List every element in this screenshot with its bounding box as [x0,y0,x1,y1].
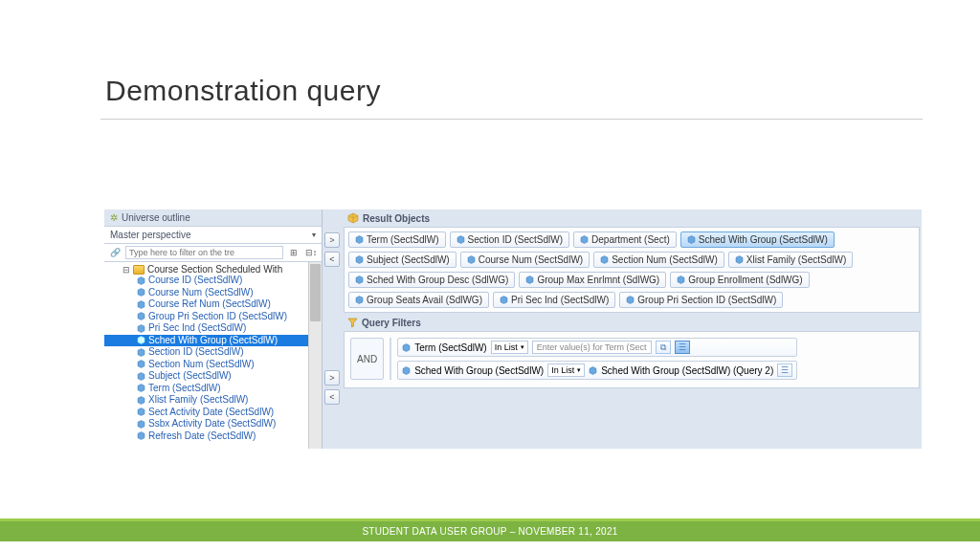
filter-value-input[interactable]: Enter value(s) for Term (Sect [532,341,652,354]
refresh-icon[interactable]: ✲ [110,212,118,223]
mover-column: > < > < [323,209,342,449]
tree-item-label: Sect Activity Date (SectSdlW) [148,407,274,419]
tree-item[interactable]: Course ID (SectSdlW) [104,275,322,287]
sidebar-header: ✲ Universe outline [104,209,322,227]
list-values-button[interactable]: ☰ [777,364,792,377]
scrollbar-thumb[interactable] [310,264,321,321]
list-values-button[interactable]: ☰ [675,341,690,354]
dimension-icon [137,420,145,429]
query-filters-label: Query Filters [362,318,421,328]
dimension-icon [137,312,145,320]
result-chip[interactable]: Group Seats Avail (SdlWG) [348,292,489,308]
add-to-results-button[interactable]: > [324,232,340,248]
dimension-icon [137,288,145,297]
chip-label: Sched With Group Desc (SdlWG) [367,275,508,285]
tree-item[interactable]: Section ID (SectSdlW) [104,346,322,359]
tree-item[interactable]: Sched With Group (SectSdlW) [104,335,322,347]
dimension-icon [137,431,145,440]
dimension-icon [580,235,589,244]
chip-label: Course Num (SectSdlW) [479,254,583,265]
filter-field-label: Term (SectSdlW) [414,342,487,353]
tree-item[interactable]: Course Ref Num (SectSdlW) [104,298,322,311]
prompt-button[interactable]: ⧉ [656,341,671,354]
tree-item-label: Xlist Family (SectSdlW) [148,394,248,407]
link-icon[interactable]: 🔗 [108,246,122,259]
query-filters-area[interactable]: AND Term (SectSdlW)In List ▾Enter value(… [344,331,920,388]
result-chip[interactable]: Group Enrollment (SdlWG) [670,272,809,288]
tree-item[interactable]: Xlist Family (SectSdlW) [104,394,322,407]
tree-scrollbar[interactable] [308,262,322,449]
tree-filter-input[interactable] [125,246,283,259]
filter-row[interactable]: Sched With Group (SectSdlW)In List ▾Sche… [397,361,797,380]
tree-item[interactable]: Refresh Date (SectSdlW) [104,430,322,443]
tree-item[interactable]: Section Num (SectSdlW) [104,359,322,371]
filter-value-field: Sched With Group (SectSdlW) (Query 2) [601,365,773,376]
result-chip[interactable]: Course Num (SectSdlW) [460,252,590,268]
tree-item[interactable]: Group Pri Section ID (SectSdlW) [104,311,322,323]
chip-label: Section ID (SectSdlW) [468,234,563,245]
sidebar-header-label: Universe outline [122,212,190,223]
tree-item[interactable]: Subject (SectSdlW) [104,370,322,383]
tree-item-label: Refresh Date (SectSdlW) [148,430,256,443]
result-chip[interactable]: Section Num (SectSdlW) [593,252,724,268]
operator-select[interactable]: In List ▾ [547,364,585,377]
operator-select[interactable]: In List ▾ [491,341,528,354]
result-objects-header: Result Objects [342,209,922,227]
dimension-icon [500,296,508,304]
and-operator[interactable]: AND [350,338,384,380]
dimension-icon [525,276,534,284]
tree-folder[interactable]: ⊟ Course Section Scheduled With [104,264,322,275]
result-chip[interactable]: Term (SectSdlW) [348,231,446,248]
result-chip[interactable]: Sched With Group Desc (SdlWG) [348,272,515,288]
perspective-label: Master perspective [110,230,190,240]
perspective-dropdown[interactable]: Master perspective ▾ [104,227,322,244]
tree-item[interactable]: Sect Activity Date (SectSdlW) [104,407,322,419]
result-objects-area[interactable]: Term (SectSdlW)Section ID (SectSdlW)Depa… [344,227,920,313]
filter-row[interactable]: Term (SectSdlW)In List ▾Enter value(s) f… [397,338,797,357]
dimension-icon [402,366,411,375]
chip-label: Group Seats Avail (SdlWG) [367,295,482,305]
dimension-icon [355,255,364,264]
result-objects-label: Result Objects [363,213,430,224]
main-panel: Result Objects Term (SectSdlW)Section ID… [342,209,922,449]
tree-item-label: Term (SectSdlW) [148,383,221,395]
remove-from-results-button[interactable]: < [324,252,340,267]
result-chip[interactable]: Section ID (SectSdlW) [450,231,569,248]
tree-item-label: Subject (SectSdlW) [148,370,232,383]
result-chip[interactable]: Group Max Enrlmnt (SdlWG) [519,272,666,288]
universe-tree[interactable]: ⊟ Course Section Scheduled With Course I… [104,262,322,449]
collapse-toggle-icon[interactable]: ⊟ [122,265,130,275]
dimension-icon [137,372,145,381]
expand-all-button[interactable]: ⊞ [287,246,301,259]
tree-item[interactable]: Pri Sec Ind (SectSdlW) [104,322,322,335]
tree-item[interactable]: Course Num (SectSdlW) [104,287,322,299]
query-builder-app: ✲ Universe outline Master perspective ▾ … [104,209,922,449]
chip-label: Group Enrollment (SdlWG) [688,275,802,285]
result-chip[interactable]: Xlist Family (SectSdlW) [728,252,853,268]
chip-label: Pri Sec Ind (SectSdlW) [511,295,609,305]
result-chip[interactable]: Department (Sect) [573,231,677,248]
tree-item-label: Course ID (SectSdlW) [148,275,242,287]
chip-label: Xlist Family (SectSdlW) [746,254,846,265]
tree-item[interactable]: Term (SectSdlW) [104,383,322,395]
result-chip[interactable]: Group Pri Section ID (SectSdlW) [619,292,783,308]
tree-item-label: Sched With Group (SectSdlW) [148,335,278,347]
add-to-filters-button[interactable]: > [324,370,340,386]
chip-label: Sched With Group (SectSdlW) [699,234,828,245]
result-chip[interactable]: Sched With Group (SectSdlW) [680,231,835,248]
result-chip[interactable]: Subject (SectSdlW) [348,252,457,268]
remove-from-filters-button[interactable]: < [324,389,340,405]
chip-label: Term (SectSdlW) [367,234,439,245]
tree-item-label: Ssbx Activity Date (SectSdlW) [148,418,276,430]
result-chip[interactable]: Pri Sec Ind (SectSdlW) [493,292,615,308]
slide-footer: STUDENT DATA USER GROUP – NOVEMBER 11, 2… [0,518,980,541]
dimension-icon [137,360,145,368]
dimension-icon [355,276,364,284]
dimension-icon [137,348,145,357]
slide-title: Demonstration query [0,0,980,107]
tree-item[interactable]: Ssbx Activity Date (SectSdlW) [104,418,322,430]
collapse-all-button[interactable]: ⊟↕ [304,246,318,259]
universe-sidebar: ✲ Universe outline Master perspective ▾ … [104,209,323,449]
dimension-icon [137,396,145,405]
dimension-icon [137,276,145,285]
